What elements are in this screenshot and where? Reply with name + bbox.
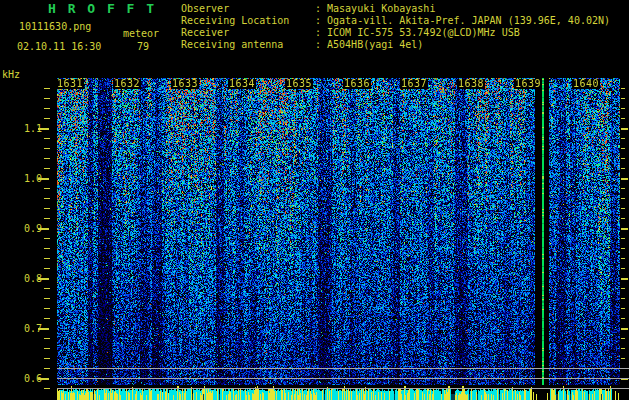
freq-axis-unit-label: kHz (2, 69, 20, 80)
freq-minor-tick-right (621, 288, 625, 289)
freq-minor-tick-right (621, 98, 625, 99)
app-title: H R O F F T (48, 1, 156, 16)
freq-major-tick-right (621, 278, 628, 280)
freq-minor-tick-right (621, 298, 625, 299)
spectrogram-canvas (57, 78, 620, 400)
freq-minor-tick (44, 188, 50, 189)
reference-line (57, 378, 629, 379)
freq-minor-tick (44, 138, 50, 139)
time-label: 1631 (56, 79, 84, 89)
freq-minor-tick (44, 298, 50, 299)
freq-minor-tick (44, 268, 50, 269)
freq-minor-tick (44, 118, 50, 119)
station-info-value: : A504HB(yagi 4el) (315, 39, 423, 51)
freq-minor-tick-right (621, 238, 625, 239)
time-label: 1636 (343, 79, 371, 89)
freq-minor-tick-right (621, 338, 625, 339)
freq-major-tick-right (621, 178, 628, 180)
freq-minor-tick-right (621, 358, 625, 359)
freq-minor-tick (44, 88, 50, 89)
freq-minor-tick (44, 338, 50, 339)
time-label: 1633 (171, 79, 199, 89)
time-label: 1640 (572, 79, 600, 89)
freq-minor-tick-right (621, 248, 625, 249)
freq-minor-tick (44, 308, 50, 309)
freq-minor-tick-right (621, 198, 625, 199)
time-label: 1639 (514, 79, 542, 89)
freq-major-tick (38, 328, 49, 330)
freq-minor-tick-right (621, 88, 625, 89)
time-label: 1632 (113, 79, 141, 89)
freq-minor-tick (44, 358, 50, 359)
time-label: 1637 (400, 79, 428, 89)
freq-major-tick-right (621, 128, 628, 130)
station-info-label: Receiving Location (181, 15, 315, 27)
freq-minor-tick-right (621, 158, 625, 159)
freq-minor-tick (44, 168, 50, 169)
freq-major-tick (38, 278, 49, 280)
freq-minor-tick-right (621, 318, 625, 319)
station-info-value: : Ogata-vill. Akita-Pref. JAPAN (139.96E… (315, 15, 610, 27)
freq-minor-tick (44, 148, 50, 149)
capture-datetime: 02.10.11 16:30 (17, 41, 101, 52)
station-info-block: Observer: Masayuki KobayashiReceiving Lo… (181, 3, 610, 51)
reference-line (57, 388, 629, 389)
freq-minor-tick (44, 198, 50, 199)
station-info-row: Receiving Location: Ogata-vill. Akita-Pr… (181, 15, 610, 27)
station-info-label: Receiving antenna (181, 39, 315, 51)
freq-minor-tick (44, 98, 50, 99)
freq-minor-tick-right (621, 208, 625, 209)
freq-minor-tick-right (621, 348, 625, 349)
freq-minor-tick-right (621, 258, 625, 259)
time-label: 1638 (457, 79, 485, 89)
freq-minor-tick-right (621, 188, 625, 189)
freq-minor-tick (44, 218, 50, 219)
freq-minor-tick (44, 238, 50, 239)
freq-minor-tick-right (621, 218, 625, 219)
time-label: 1634 (228, 79, 256, 89)
observation-mode-label: meteor (123, 28, 159, 39)
freq-major-tick-right (621, 328, 628, 330)
freq-minor-tick-right (621, 308, 625, 309)
freq-major-tick (38, 128, 49, 130)
freq-minor-tick (44, 368, 50, 369)
freq-minor-tick (44, 388, 50, 389)
freq-minor-tick (44, 258, 50, 259)
freq-minor-tick (44, 248, 50, 249)
freq-minor-tick (44, 158, 50, 159)
hrofft-app-window: H R O F F T 10111630.png meteor 02.10.11… (0, 0, 629, 400)
freq-minor-tick-right (621, 108, 625, 109)
freq-minor-tick-right (621, 168, 625, 169)
freq-minor-tick-right (621, 268, 625, 269)
freq-major-tick (38, 378, 49, 380)
freq-minor-tick (44, 348, 50, 349)
station-info-label: Observer (181, 3, 315, 15)
freq-major-tick (38, 228, 49, 230)
reference-line (57, 368, 629, 369)
station-info-value: : Masayuki Kobayashi (315, 3, 435, 15)
freq-minor-tick (44, 208, 50, 209)
capture-filename: 10111630.png (19, 21, 91, 32)
time-label: 1635 (285, 79, 313, 89)
freq-minor-tick (44, 108, 50, 109)
station-info-value: : ICOM IC-575 53.7492(@LCD)MHz USB (315, 27, 520, 39)
station-info-label: Receiver (181, 27, 315, 39)
freq-minor-tick-right (621, 138, 625, 139)
freq-minor-tick (44, 318, 50, 319)
freq-minor-tick-right (621, 148, 625, 149)
station-info-row: Receiver: ICOM IC-575 53.7492(@LCD)MHz U… (181, 27, 610, 39)
freq-minor-tick-right (621, 118, 625, 119)
freq-major-tick-right (621, 228, 628, 230)
freq-minor-tick (44, 288, 50, 289)
station-info-row: Observer: Masayuki Kobayashi (181, 3, 610, 15)
station-info-row: Receiving antenna: A504HB(yagi 4el) (181, 39, 610, 51)
freq-major-tick (38, 178, 49, 180)
echo-count: 79 (137, 41, 149, 52)
